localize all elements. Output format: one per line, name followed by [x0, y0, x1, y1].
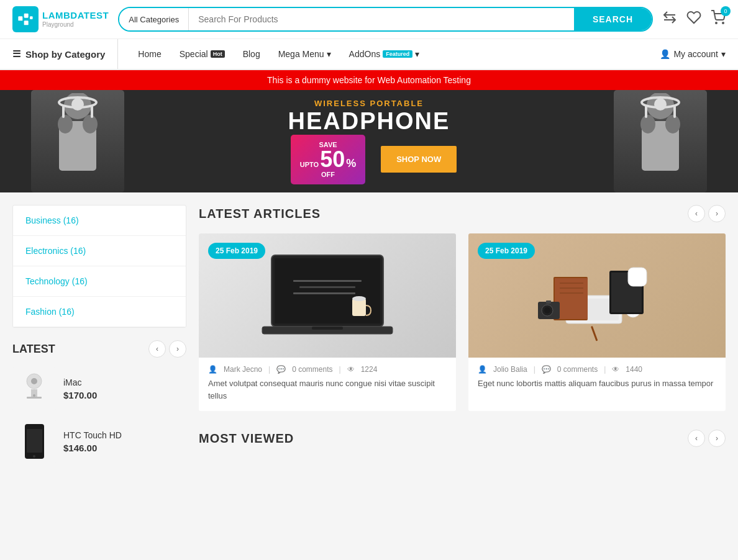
article-meta-2: 👤 Jolio Balia | 💬 0 comments | 👁 1440	[468, 358, 726, 377]
person-right-silhouette	[614, 90, 707, 192]
sidebar-latest-arrows: ‹ ›	[148, 340, 186, 358]
svg-rect-12	[91, 106, 93, 118]
product-thumb-imac[interactable]	[12, 367, 56, 410]
author-icon-1: 👤	[208, 365, 217, 374]
addons-chevron-icon: ▾	[415, 49, 419, 59]
hero-save-off: OFF	[300, 171, 356, 178]
svg-rect-28	[27, 429, 42, 453]
svg-rect-50	[591, 326, 598, 341]
nav-home[interactable]: Home	[130, 40, 168, 68]
compare-button[interactable]	[662, 10, 677, 29]
article-meta-1: 👤 Mark Jecno | 💬 0 comments | 👁 1224	[199, 358, 456, 377]
htc-icon	[24, 423, 45, 460]
search-input[interactable]	[189, 8, 574, 30]
hero-content: WIRELESS PORTABLE HEADPHONE SAVE UPTO 50…	[281, 99, 457, 184]
logo[interactable]: LAMBDATEST Playground	[12, 6, 109, 32]
featured-badge: Featured	[383, 50, 412, 58]
hamburger-icon: ☰	[12, 48, 20, 60]
nav-special[interactable]: Special Hot	[172, 40, 232, 68]
articles-next-button[interactable]: ›	[708, 205, 726, 222]
shop-now-button[interactable]: SHOP NOW	[381, 146, 457, 173]
svg-rect-51	[628, 268, 647, 286]
hero-person-left	[31, 90, 124, 192]
imac-icon	[17, 372, 52, 406]
article-excerpt-1: Amet volutpat consequat mauris nunc cong…	[199, 377, 456, 411]
comment-icon-2: 💬	[542, 365, 551, 374]
most-viewed-next-button[interactable]: ›	[708, 430, 726, 447]
nav-blog[interactable]: Blog	[235, 40, 268, 68]
main-content: Business (16) Electronics (16) Technolog…	[0, 192, 738, 503]
article-excerpt-2: Eget nunc lobortis mattis aliquam faucib…	[468, 377, 726, 399]
view-icon-1: 👁	[347, 365, 355, 374]
nav-home-label: Home	[138, 49, 161, 59]
sidebar-next-button[interactable]: ›	[169, 340, 186, 358]
person-left-silhouette	[31, 90, 124, 192]
svg-point-4	[716, 22, 717, 24]
search-bar: All Categories Electronics Fashion Techn…	[118, 7, 653, 32]
nav-account[interactable]: 👤 My account ▾	[660, 40, 726, 68]
most-viewed-arrows: ‹ ›	[688, 430, 726, 447]
sep2: |	[339, 365, 341, 374]
sidebar-prev-button[interactable]: ‹	[148, 340, 166, 358]
sep3: |	[534, 365, 535, 374]
article-image-2[interactable]: 25 Feb 2019	[468, 233, 726, 358]
shop-by-category[interactable]: ☰ Shop by Category	[12, 39, 118, 69]
article-author-2: Jolio Balia	[493, 365, 527, 374]
sidebar: Business (16) Electronics (16) Technolog…	[12, 205, 186, 490]
sidebar-item-business[interactable]: Business (16)	[13, 205, 186, 236]
hero-save-pct: 50	[320, 148, 345, 171]
sidebar-item-fashion[interactable]: Fashion (16)	[13, 297, 186, 327]
category-select[interactable]: All Categories Electronics Fashion Techn…	[119, 8, 189, 30]
product-price-htc: $146.00	[63, 443, 122, 453]
svg-point-16	[640, 115, 655, 133]
sidebar-latest-title: LATEST	[12, 343, 55, 356]
articles-prev-button[interactable]: ‹	[688, 205, 705, 222]
nav-mega-menu[interactable]: Mega Menu ▾	[271, 40, 339, 68]
chevron-down-icon: ▾	[327, 49, 331, 59]
search-button[interactable]: SEARCH	[574, 8, 652, 30]
comment-icon-1: 💬	[276, 365, 286, 374]
svg-rect-36	[293, 292, 355, 294]
hero-subtitle: WIRELESS PORTABLE	[281, 99, 457, 108]
article-date-1: 25 Feb 2019	[208, 243, 265, 259]
sidebar-item-technology[interactable]: Technology (16)	[13, 266, 186, 297]
laptop-illustration	[259, 246, 396, 345]
product-info-htc: HTC Touch HD $146.00	[63, 430, 122, 453]
sidebar-latest: LATEST ‹ › iMac	[12, 340, 186, 463]
sidebar-categories: Business (16) Electronics (16) Technolog…	[12, 205, 186, 328]
product-name-htc[interactable]: HTC Touch HD	[63, 430, 122, 440]
wishlist-button[interactable]	[686, 10, 701, 29]
svg-point-5	[722, 22, 724, 24]
nav-addons[interactable]: AddOns Featured ▾	[342, 40, 427, 68]
article-views-2: 1440	[626, 365, 642, 374]
sidebar-item-electronics[interactable]: Electronics (16)	[13, 236, 186, 266]
content-area: LATEST ARTICLES ‹ › 25 Feb 2019	[199, 205, 726, 490]
nav-mega-menu-label: Mega Menu	[278, 49, 324, 59]
svg-rect-2	[24, 20, 29, 25]
hero-title: HEADPHONE	[281, 108, 457, 135]
main-nav: ☰ Shop by Category Home Special Hot Blog…	[0, 39, 738, 70]
most-viewed-prev-button[interactable]: ‹	[688, 430, 705, 447]
cart-button[interactable]: 0	[711, 10, 726, 29]
svg-point-17	[665, 115, 680, 133]
hero-person-right	[614, 90, 707, 192]
svg-rect-55	[546, 300, 551, 304]
article-comments-1: 0 comments	[292, 365, 332, 374]
svg-rect-35	[299, 286, 355, 288]
svg-rect-33	[312, 327, 343, 330]
article-author-1: Mark Jecno	[224, 365, 262, 374]
svg-point-8	[58, 115, 73, 133]
svg-point-26	[33, 394, 35, 397]
sidebar-latest-header: LATEST ‹ ›	[12, 340, 186, 358]
article-image-1[interactable]: 25 Feb 2019	[199, 233, 456, 358]
nav-links: Home Special Hot Blog Mega Menu ▾ AddOns…	[118, 40, 439, 68]
articles-nav-arrows: ‹ ›	[688, 205, 726, 222]
product-item-htc: HTC Touch HD $146.00	[12, 420, 186, 463]
hero-upto-text: UPTO	[300, 161, 319, 168]
hero-center: SAVE UPTO 50 % OFF SHOP NOW	[281, 135, 457, 184]
banner-strip: This is a dummy website for Web Automati…	[0, 70, 738, 90]
account-chevron-icon: ▾	[721, 49, 726, 59]
product-thumb-htc[interactable]	[12, 420, 56, 463]
svg-point-23	[31, 378, 37, 384]
product-name-imac[interactable]: iMac	[63, 377, 97, 387]
